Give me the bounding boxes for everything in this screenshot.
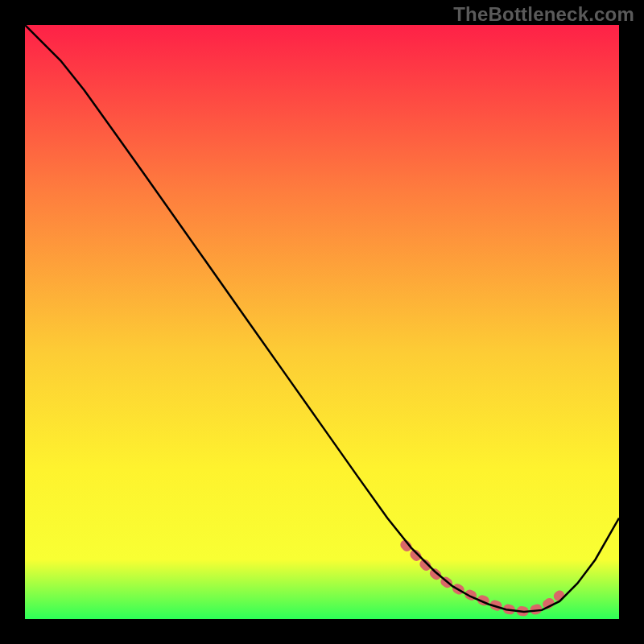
gradient-background (25, 25, 619, 619)
chart-frame: TheBottleneck.com (0, 0, 644, 644)
watermark-text: TheBottleneck.com (453, 3, 634, 26)
plot-area (25, 25, 619, 619)
chart-svg (25, 25, 619, 619)
